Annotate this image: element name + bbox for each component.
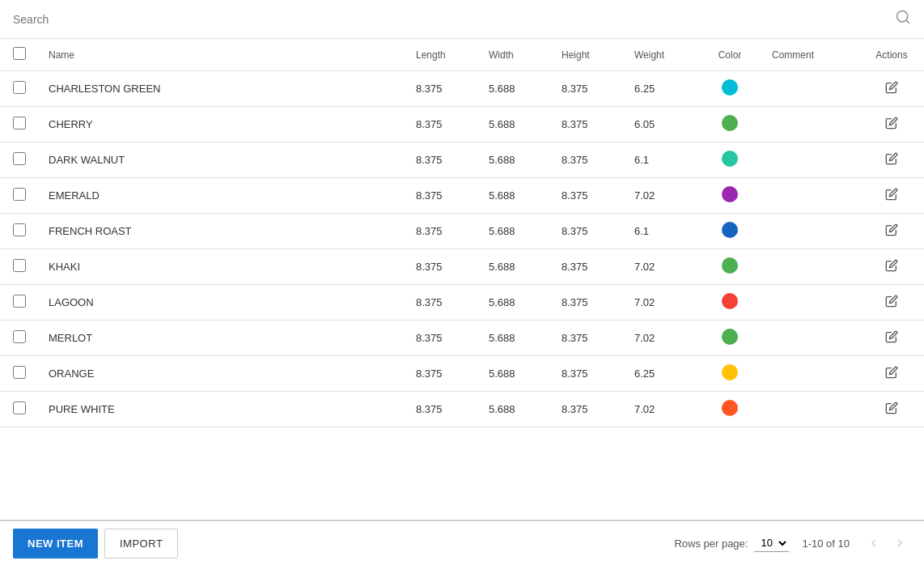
row-checkbox-cell: [0, 107, 39, 142]
row-comment: [762, 249, 859, 285]
row-color: [697, 392, 762, 427]
row-weight: 6.05: [625, 107, 697, 142]
row-weight: 6.1: [625, 214, 697, 249]
row-comment: [762, 214, 859, 249]
footer-actions: NEW ITEM IMPORT: [13, 529, 178, 559]
table-row: CHARLESTON GREEN 8.375 5.688 8.375 6.25: [0, 71, 924, 107]
color-swatch: [722, 329, 738, 345]
row-checkbox-1[interactable]: [13, 117, 26, 130]
row-checkbox-3[interactable]: [13, 188, 26, 201]
table-row: PURE WHITE 8.375 5.688 8.375 7.02: [0, 392, 924, 427]
pagination-buttons: [863, 533, 911, 553]
color-swatch: [722, 79, 738, 96]
row-color: [697, 249, 762, 285]
search-bar: [0, 0, 924, 39]
row-length: 8.375: [406, 107, 479, 142]
row-height: 8.375: [552, 142, 625, 178]
row-checkbox-8[interactable]: [13, 366, 26, 379]
row-actions: [859, 214, 924, 249]
row-width: 5.688: [479, 107, 552, 142]
row-width: 5.688: [479, 71, 552, 107]
row-checkbox-2[interactable]: [13, 152, 26, 165]
row-color: [697, 214, 762, 249]
row-color: [697, 178, 762, 214]
page-info: 1-10 of 10: [802, 537, 850, 550]
row-name: ORANGE: [39, 356, 406, 392]
table-row: MERLOT 8.375 5.688 8.375 7.02: [0, 321, 924, 356]
edit-icon[interactable]: [885, 189, 898, 203]
row-width: 5.688: [479, 178, 552, 214]
row-length: 8.375: [406, 356, 479, 392]
search-icon: [895, 9, 911, 29]
row-checkbox-cell: [0, 249, 39, 285]
row-checkbox-cell: [0, 285, 39, 321]
row-height: 8.375: [552, 107, 625, 142]
row-name: PURE WHITE: [39, 392, 406, 427]
row-weight: 6.25: [625, 71, 697, 107]
table-header-row: Name Length Width Height Weight Color Co…: [0, 39, 924, 71]
header-width: Width: [479, 39, 552, 71]
prev-page-button[interactable]: [863, 533, 885, 553]
row-length: 8.375: [406, 285, 479, 321]
table-row: FRENCH ROAST 8.375 5.688 8.375 6.1: [0, 214, 924, 249]
table-row: DARK WALNUT 8.375 5.688 8.375 6.1: [0, 142, 924, 178]
row-height: 8.375: [552, 356, 625, 392]
pagination-section: Rows per page: 5 10 25 50 1-10 of 10: [674, 533, 911, 553]
new-item-button[interactable]: NEW ITEM: [13, 529, 98, 559]
edit-icon[interactable]: [885, 261, 898, 274]
row-actions: [859, 71, 924, 107]
row-color: [697, 71, 762, 107]
edit-icon[interactable]: [885, 403, 898, 417]
edit-icon[interactable]: [885, 296, 898, 310]
row-checkbox-4[interactable]: [13, 223, 26, 236]
edit-icon[interactable]: [885, 118, 898, 132]
row-length: 8.375: [406, 142, 479, 178]
row-width: 5.688: [479, 321, 552, 356]
row-name: KHAKI: [39, 249, 406, 285]
row-color: [697, 321, 762, 356]
row-width: 5.688: [479, 356, 552, 392]
header-height: Height: [552, 39, 625, 71]
row-name: MERLOT: [39, 321, 406, 356]
row-checkbox-cell: [0, 214, 39, 249]
row-checkbox-6[interactable]: [13, 295, 26, 308]
row-weight: 7.02: [625, 285, 697, 321]
row-actions: [859, 142, 924, 178]
row-width: 5.688: [479, 392, 552, 427]
row-checkbox-9[interactable]: [13, 401, 26, 414]
table-row: KHAKI 8.375 5.688 8.375 7.02: [0, 249, 924, 285]
table-row: ORANGE 8.375 5.688 8.375 6.25: [0, 356, 924, 392]
row-checkbox-cell: [0, 392, 39, 427]
edit-icon[interactable]: [885, 225, 898, 239]
row-comment: [762, 71, 859, 107]
color-swatch: [722, 364, 738, 380]
next-page-button[interactable]: [888, 533, 911, 553]
row-actions: [859, 107, 924, 142]
edit-icon[interactable]: [885, 83, 898, 96]
row-color: [697, 285, 762, 321]
header-weight: Weight: [625, 39, 697, 71]
select-all-checkbox[interactable]: [13, 47, 26, 60]
row-checkbox-5[interactable]: [13, 259, 26, 272]
table-row: CHERRY 8.375 5.688 8.375 6.05: [0, 107, 924, 142]
row-width: 5.688: [479, 142, 552, 178]
row-length: 8.375: [406, 214, 479, 249]
rows-per-page-label: Rows per page:: [674, 537, 748, 550]
row-height: 8.375: [552, 214, 625, 249]
row-checkbox-7[interactable]: [13, 330, 26, 343]
row-name: LAGOON: [39, 285, 406, 321]
row-weight: 7.02: [625, 178, 697, 214]
row-length: 8.375: [406, 392, 479, 427]
rows-per-page-select[interactable]: 5 10 25 50: [754, 534, 789, 552]
edit-icon[interactable]: [885, 367, 898, 381]
edit-icon[interactable]: [885, 154, 898, 168]
row-name: EMERALD: [39, 178, 406, 214]
row-checkbox-0[interactable]: [13, 81, 26, 94]
row-height: 8.375: [552, 392, 625, 427]
edit-icon[interactable]: [885, 332, 898, 346]
import-button[interactable]: IMPORT: [104, 529, 178, 559]
svg-line-1: [906, 20, 909, 23]
row-comment: [762, 285, 859, 321]
row-name: CHERRY: [39, 107, 406, 142]
search-input[interactable]: [13, 13, 895, 26]
